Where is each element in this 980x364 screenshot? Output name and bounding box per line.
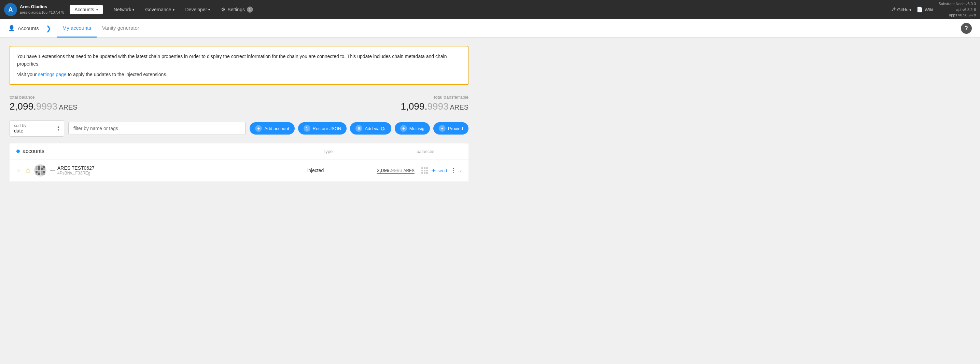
tab-vanity-generator[interactable]: Vanity generator [97, 19, 145, 38]
account-balance: 2,099.9993ARES [346, 167, 415, 174]
send-icon: ✈ [431, 167, 436, 174]
grid-icon [422, 167, 428, 174]
github-icon: ⎇ [890, 6, 896, 13]
developer-chevron-icon: ▾ [208, 8, 210, 12]
dot-icon [16, 149, 20, 153]
sort-by-value: date [14, 128, 54, 134]
warning-banner: You have 1 extensions that need to be up… [10, 46, 468, 85]
transferrable-value: 1,099.9993ARES [401, 101, 468, 112]
total-balance-whole: 2,099. [10, 101, 36, 112]
sort-by-dropdown[interactable]: sort by date ▲ ▼ [10, 120, 64, 137]
accounts-btn-label: Accounts [75, 7, 94, 12]
row-chevron-icon[interactable]: › [460, 168, 462, 173]
network-chevron-icon: ▾ [132, 8, 134, 12]
add-account-button[interactable]: + Add account [250, 122, 294, 135]
wiki-link[interactable]: 📄 Wiki [916, 6, 933, 13]
more-options-icon[interactable]: ⋮ [450, 167, 457, 174]
star-icon[interactable]: ☆ [16, 167, 21, 174]
wiki-icon: 📄 [916, 6, 923, 13]
send-button[interactable]: ✈ send [431, 167, 447, 174]
accounts-chevron-icon: ▾ [96, 8, 98, 12]
settings-gear-icon: ⚙ [221, 6, 225, 13]
accounts-table: accounts type balances ☆ ⚠ [10, 143, 468, 182]
row-actions: ✈ send ⋮ › [422, 167, 462, 174]
developer-menu[interactable]: Developer ▾ [180, 0, 216, 19]
restore-json-button[interactable]: ↻ Restore JSON [298, 122, 347, 135]
total-transferrable: total transferrable 1,099.9993ARES [401, 95, 468, 112]
accounts-section-label: Accounts [18, 25, 39, 31]
version-info: Substrate Node v3.0.0 api v6.8.2-6 apps … [939, 1, 976, 18]
total-balance: total balance 2,099.9993ARES [10, 95, 78, 112]
total-balance-unit: ARES [59, 103, 77, 111]
controls-row: sort by date ▲ ▼ + Add account ↻ Restore… [10, 120, 468, 137]
table-header-balances: balances [359, 149, 462, 154]
warning-text-1: You have 1 extensions that need to be up… [17, 52, 461, 68]
balance-whole: 2,099. [377, 167, 391, 173]
user-info: Ares Gladios ares-gladios/105 #107,478 [20, 4, 64, 15]
warning-icon: ⚠ [25, 167, 31, 174]
proxied-button[interactable]: + Proxied [433, 122, 468, 135]
filter-input[interactable] [68, 122, 245, 135]
settings-menu[interactable]: ⚙ Settings 1 [215, 6, 258, 13]
tabs-bar: 👤 Accounts ❯ My accounts Vanity generato… [0, 19, 980, 38]
settings-page-link[interactable]: settings page [38, 72, 66, 77]
account-type: injected [285, 168, 346, 173]
accounts-person-icon: 👤 [8, 25, 15, 32]
settings-label: Settings [228, 7, 245, 12]
account-address: 4PsBNv...F33REg [57, 171, 285, 175]
warning-text-2: Visit your settings page to apply the up… [17, 71, 461, 78]
nav-logo: A Ares Gladios ares-gladios/105 #107,478 [4, 3, 64, 16]
account-info: ARES TEST0627 4PsBNv...F33REg [57, 165, 285, 175]
governance-chevron-icon: ▾ [173, 8, 175, 12]
user-sub: ares-gladios/105 #107,478 [20, 10, 64, 15]
transferrable-label: total transferrable [401, 95, 468, 100]
table-header-type: type [298, 149, 359, 154]
action-buttons: + Add account ↻ Restore JSON ⊞ Add via Q… [250, 122, 468, 135]
restore-json-icon: ↻ [304, 125, 310, 132]
logo-icon: A [4, 3, 17, 16]
sort-by-arrows: ▲ ▼ [57, 126, 60, 132]
accounts-section: 👤 Accounts [8, 25, 46, 32]
balance-unit: ARES [403, 168, 415, 173]
avatar [34, 164, 46, 176]
add-via-qr-button[interactable]: ⊞ Add via Qr [350, 122, 391, 135]
multisig-icon: + [400, 125, 407, 132]
transferrable-decimal: 9993 [427, 101, 448, 112]
help-button[interactable]: ? [961, 23, 972, 34]
tab-my-accounts[interactable]: My accounts [57, 19, 97, 38]
total-balance-label: total balance [10, 95, 78, 100]
navbar: A Ares Gladios ares-gladios/105 #107,478… [0, 0, 980, 19]
table-header: accounts type balances [10, 143, 468, 159]
table-header-accounts: accounts [16, 148, 298, 154]
proxied-icon: + [439, 125, 445, 132]
balance-decimal: 9993 [391, 167, 402, 173]
transferrable-unit: ARES [450, 103, 468, 111]
arrow-down-icon: ▼ [57, 129, 60, 132]
total-balance-decimal: 9993 [36, 101, 57, 112]
settings-badge: 1 [247, 6, 253, 13]
sort-by-label: sort by [14, 123, 54, 128]
user-name: Ares Gladios [20, 4, 64, 10]
github-link[interactable]: ⎇ GitHub [890, 6, 911, 13]
balance-row: total balance 2,099.9993ARES total trans… [10, 95, 468, 112]
total-balance-value: 2,099.9993ARES [10, 101, 78, 112]
accounts-dropdown-button[interactable]: Accounts ▾ [70, 5, 103, 14]
transferrable-whole: 1,099. [401, 101, 427, 112]
main-content: You have 1 extensions that need to be up… [0, 38, 478, 190]
multisig-button[interactable]: + Multisig [395, 122, 430, 135]
network-menu[interactable]: Network ▾ [108, 0, 140, 19]
minus-icon: — [50, 167, 55, 173]
arrow-up-icon: ▲ [57, 126, 60, 129]
add-account-icon: + [255, 125, 262, 132]
add-via-qr-icon: ⊞ [355, 125, 362, 132]
nav-right: ⎇ GitHub 📄 Wiki Substrate Node v3.0.0 ap… [890, 1, 976, 18]
account-name: ARES TEST0627 [57, 165, 285, 171]
governance-menu[interactable]: Governance ▾ [140, 0, 180, 19]
nav-links: Network ▾ Governance ▾ Developer ▾ ⚙ Set… [108, 0, 890, 19]
table-row: ☆ ⚠ [10, 159, 468, 182]
tabs-divider: ❯ [46, 24, 52, 32]
